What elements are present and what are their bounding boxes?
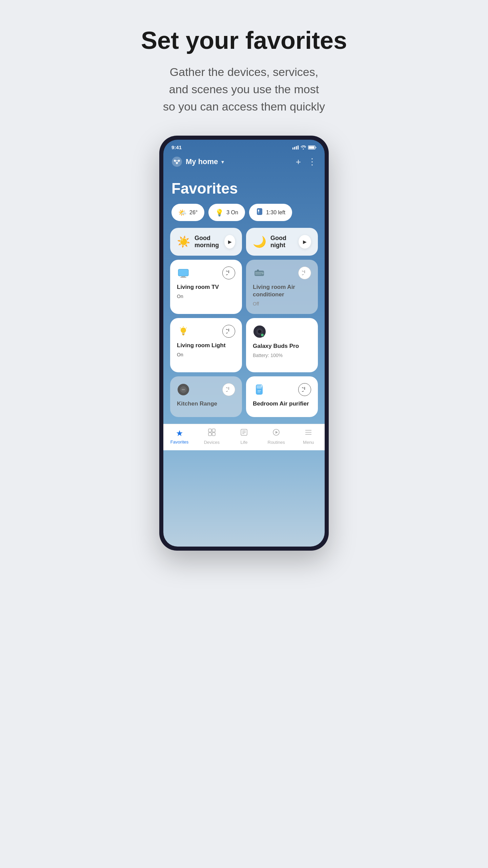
svg-point-25 xyxy=(262,272,264,274)
scene-morning-label: Good morning xyxy=(195,235,224,249)
hero-subtitle: Gather the devices, services,and scenes … xyxy=(119,63,369,115)
purifier-device-card[interactable]: Bedroom Air purifier xyxy=(246,376,318,417)
nav-routines[interactable]: Routines xyxy=(264,428,288,445)
pills-row: 🌤️ 26° 💡 3 On 1:30 left xyxy=(163,204,325,228)
device-header xyxy=(177,267,235,281)
chevron-down-icon: ▾ xyxy=(221,159,224,165)
good-morning-scene[interactable]: ☀️ Good morning ▶ xyxy=(170,228,242,256)
device-header xyxy=(253,383,311,397)
life-nav-label: Life xyxy=(240,440,247,445)
phone-mockup: 9:41 xyxy=(159,136,329,551)
ac-icon xyxy=(253,267,266,281)
light-power-btn[interactable] xyxy=(222,325,235,338)
svg-rect-6 xyxy=(316,147,317,148)
svg-rect-20 xyxy=(180,277,186,278)
svg-rect-3 xyxy=(298,145,299,150)
weather-icon: 🌤️ xyxy=(178,209,187,217)
svg-point-35 xyxy=(258,330,261,333)
svg-rect-24 xyxy=(255,274,261,274)
phone-screen: 9:41 xyxy=(163,140,325,547)
light-device-card[interactable]: Living room Light On xyxy=(170,318,242,372)
svg-rect-26 xyxy=(257,270,259,271)
tv-name: Living room TV xyxy=(177,283,235,291)
range-power-btn[interactable] xyxy=(222,383,235,396)
timer-value: 1:30 left xyxy=(266,210,285,216)
home-icon xyxy=(171,156,182,167)
weather-pill[interactable]: 🌤️ 26° xyxy=(171,204,204,221)
phone-wrapper: 9:41 xyxy=(105,136,383,564)
svg-rect-31 xyxy=(182,333,185,334)
svg-rect-14 xyxy=(257,208,262,215)
nav-devices[interactable]: Devices xyxy=(200,428,224,445)
range-name: Kitchen Range xyxy=(177,400,235,408)
hero-section: Set your favorites Gather the devices, s… xyxy=(105,0,383,136)
status-time: 9:41 xyxy=(171,144,182,150)
purifier-name: Bedroom Air purifier xyxy=(253,400,311,408)
svg-rect-47 xyxy=(212,433,215,436)
battery-icon xyxy=(308,145,317,150)
sun-icon: ☀️ xyxy=(177,235,190,248)
good-night-scene[interactable]: 🌙 Good night ▶ xyxy=(246,228,318,256)
favorites-nav-icon: ★ xyxy=(176,429,183,438)
svg-line-29 xyxy=(186,328,187,329)
routines-nav-icon xyxy=(272,428,280,438)
ac-name: Living room Air conditioner xyxy=(253,283,311,298)
device-header xyxy=(177,383,235,397)
light-name: Living room Light xyxy=(177,342,235,349)
tv-icon xyxy=(177,267,190,281)
tv-power-btn[interactable] xyxy=(222,267,235,279)
purifier-power-btn[interactable] xyxy=(298,383,311,396)
devices-nav-label: Devices xyxy=(204,440,220,445)
scenes-row: ☀️ Good morning ▶ 🌙 Good night ▶ xyxy=(170,228,318,256)
routines-nav-label: Routines xyxy=(268,440,285,445)
nav-favorites[interactable]: ★ Favorites xyxy=(168,429,191,445)
svg-rect-5 xyxy=(309,146,314,149)
svg-rect-46 xyxy=(208,433,211,436)
lights-value: 3 On xyxy=(226,210,238,216)
device-header xyxy=(253,325,311,340)
buds-status: Battery: 100% xyxy=(253,353,311,358)
morning-play-btn[interactable]: ▶ xyxy=(224,235,235,249)
buds-device-card[interactable]: Galaxy Buds Pro Battery: 100% xyxy=(246,318,318,372)
status-icons xyxy=(292,145,317,150)
ac-status: Off xyxy=(253,301,311,307)
svg-rect-44 xyxy=(208,429,211,432)
light-bulb-icon xyxy=(177,325,190,339)
nav-life[interactable]: Life xyxy=(232,428,256,445)
ac-device-card[interactable]: Living room Air conditioner Off xyxy=(246,260,318,314)
air-purifier-icon xyxy=(253,383,266,397)
tv-device-card[interactable]: Living room TV On xyxy=(170,260,242,314)
device-header xyxy=(177,325,235,339)
lights-pill[interactable]: 💡 3 On xyxy=(208,204,245,221)
menu-nav-label: Menu xyxy=(303,440,314,445)
svg-line-30 xyxy=(180,328,181,329)
svg-rect-16 xyxy=(258,210,259,212)
hero-title: Set your favorites xyxy=(119,27,369,54)
tv-status: On xyxy=(177,294,235,299)
wifi-icon xyxy=(301,145,306,150)
home-name: My home xyxy=(186,157,218,166)
svg-rect-21 xyxy=(179,270,188,276)
ac-power-btn[interactable] xyxy=(298,267,311,279)
devices-row-1: Living room TV On xyxy=(170,260,318,314)
svg-point-27 xyxy=(181,328,186,333)
night-play-btn[interactable]: ▶ xyxy=(299,235,311,249)
timer-pill[interactable]: 1:30 left xyxy=(249,204,292,221)
more-button[interactable]: ⋮ xyxy=(308,157,317,166)
range-icon xyxy=(177,383,190,397)
svg-point-36 xyxy=(261,333,264,337)
status-bar: 9:41 xyxy=(163,140,325,153)
svg-rect-45 xyxy=(212,429,215,432)
bottom-nav: ★ Favorites Devices Life xyxy=(163,424,325,450)
scene-left: ☀️ Good morning xyxy=(177,235,224,249)
add-button[interactable]: + xyxy=(296,157,301,166)
favorites-title: Favorites xyxy=(163,170,325,204)
devices-nav-icon xyxy=(208,428,216,438)
range-device-card[interactable]: Kitchen Range xyxy=(170,376,242,417)
timer-icon xyxy=(256,208,263,217)
nav-menu[interactable]: Menu xyxy=(297,428,320,445)
menu-nav-icon xyxy=(304,428,312,438)
home-selector[interactable]: My home ▾ xyxy=(171,156,224,167)
svg-rect-39 xyxy=(182,389,185,390)
buds-name: Galaxy Buds Pro xyxy=(253,342,311,350)
